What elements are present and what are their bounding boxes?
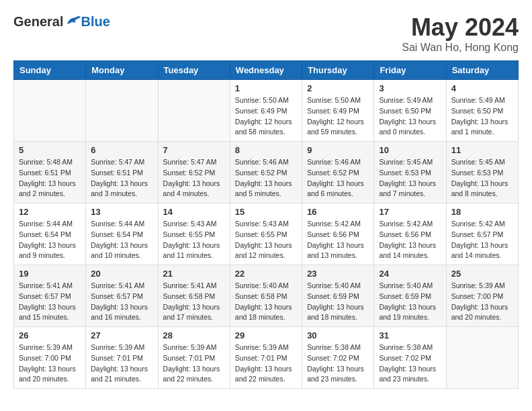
day-number: 1 [235, 83, 297, 93]
calendar-cell: 25Sunrise: 5:39 AM Sunset: 7:00 PM Dayli… [446, 265, 518, 327]
calendar-week-row: 1Sunrise: 5:50 AM Sunset: 6:49 PM Daylig… [14, 80, 519, 142]
day-info: Sunrise: 5:42 AM Sunset: 6:57 PM Dayligh… [451, 219, 513, 261]
day-number: 24 [379, 269, 441, 279]
day-number: 2 [307, 83, 369, 93]
calendar-cell: 28Sunrise: 5:39 AM Sunset: 7:01 PM Dayli… [158, 327, 230, 389]
day-info: Sunrise: 5:39 AM Sunset: 7:00 PM Dayligh… [19, 342, 81, 385]
calendar-cell: 5Sunrise: 5:48 AM Sunset: 6:51 PM Daylig… [14, 142, 86, 203]
calendar-cell: 3Sunrise: 5:49 AM Sunset: 6:50 PM Daylig… [374, 80, 446, 142]
calendar-cell: 4Sunrise: 5:49 AM Sunset: 6:50 PM Daylig… [446, 80, 518, 142]
calendar-cell: 22Sunrise: 5:40 AM Sunset: 6:58 PM Dayli… [230, 265, 302, 327]
calendar-cell: 10Sunrise: 5:45 AM Sunset: 6:53 PM Dayli… [374, 142, 446, 203]
day-info: Sunrise: 5:40 AM Sunset: 6:59 PM Dayligh… [307, 281, 369, 323]
day-info: Sunrise: 5:44 AM Sunset: 6:54 PM Dayligh… [19, 219, 81, 261]
day-info: Sunrise: 5:50 AM Sunset: 6:49 PM Dayligh… [307, 95, 369, 138]
day-info: Sunrise: 5:47 AM Sunset: 6:51 PM Dayligh… [91, 157, 152, 199]
day-info: Sunrise: 5:38 AM Sunset: 7:02 PM Dayligh… [379, 342, 441, 385]
day-header-monday: Monday [86, 61, 158, 80]
calendar-cell [446, 327, 518, 389]
calendar-cell: 30Sunrise: 5:38 AM Sunset: 7:02 PM Dayli… [302, 327, 374, 389]
day-number: 19 [19, 269, 81, 279]
day-info: Sunrise: 5:47 AM Sunset: 6:52 PM Dayligh… [163, 157, 225, 199]
day-number: 28 [163, 330, 225, 340]
calendar-week-row: 12Sunrise: 5:44 AM Sunset: 6:54 PM Dayli… [14, 203, 519, 265]
logo: General Blue [13, 13, 110, 30]
day-number: 31 [379, 330, 441, 340]
day-info: Sunrise: 5:41 AM Sunset: 6:57 PM Dayligh… [91, 281, 152, 323]
day-number: 10 [379, 145, 441, 155]
logo-general-text: General [13, 14, 63, 30]
logo-blue-text: Blue [81, 14, 109, 30]
day-header-saturday: Saturday [446, 61, 518, 80]
day-number: 23 [307, 269, 369, 279]
calendar-cell: 17Sunrise: 5:42 AM Sunset: 6:56 PM Dayli… [374, 203, 446, 265]
day-info: Sunrise: 5:40 AM Sunset: 6:59 PM Dayligh… [379, 281, 441, 323]
day-info: Sunrise: 5:42 AM Sunset: 6:56 PM Dayligh… [379, 219, 441, 261]
day-number: 21 [163, 269, 225, 279]
month-title: May 2024 [402, 13, 519, 42]
day-number: 30 [307, 330, 369, 340]
day-number: 12 [19, 207, 81, 217]
day-number: 15 [235, 207, 297, 217]
day-info: Sunrise: 5:43 AM Sunset: 6:55 PM Dayligh… [235, 219, 297, 261]
calendar-header-row: SundayMondayTuesdayWednesdayThursdayFrid… [14, 61, 519, 80]
day-info: Sunrise: 5:39 AM Sunset: 7:01 PM Dayligh… [235, 342, 297, 385]
calendar-cell: 20Sunrise: 5:41 AM Sunset: 6:57 PM Dayli… [86, 265, 158, 327]
calendar-cell: 9Sunrise: 5:46 AM Sunset: 6:52 PM Daylig… [302, 142, 374, 203]
day-number: 9 [307, 145, 369, 155]
day-number: 27 [91, 330, 152, 340]
calendar-cell [158, 80, 230, 142]
calendar-cell: 13Sunrise: 5:44 AM Sunset: 6:54 PM Dayli… [86, 203, 158, 265]
day-info: Sunrise: 5:39 AM Sunset: 7:01 PM Dayligh… [163, 342, 225, 385]
logo-bird-icon [64, 13, 81, 30]
day-info: Sunrise: 5:48 AM Sunset: 6:51 PM Dayligh… [19, 157, 81, 199]
day-number: 20 [91, 269, 152, 279]
calendar-cell: 1Sunrise: 5:50 AM Sunset: 6:49 PM Daylig… [230, 80, 302, 142]
day-number: 13 [91, 207, 152, 217]
day-info: Sunrise: 5:41 AM Sunset: 6:58 PM Dayligh… [163, 281, 225, 323]
calendar-cell: 6Sunrise: 5:47 AM Sunset: 6:51 PM Daylig… [86, 142, 158, 203]
day-info: Sunrise: 5:39 AM Sunset: 7:01 PM Dayligh… [91, 342, 152, 385]
day-info: Sunrise: 5:44 AM Sunset: 6:54 PM Dayligh… [91, 219, 152, 261]
calendar-week-row: 26Sunrise: 5:39 AM Sunset: 7:00 PM Dayli… [14, 327, 519, 389]
calendar-cell: 2Sunrise: 5:50 AM Sunset: 6:49 PM Daylig… [302, 80, 374, 142]
day-number: 8 [235, 145, 297, 155]
calendar-table: SundayMondayTuesdayWednesdayThursdayFrid… [13, 60, 519, 389]
calendar-cell: 31Sunrise: 5:38 AM Sunset: 7:02 PM Dayli… [374, 327, 446, 389]
calendar-cell: 14Sunrise: 5:43 AM Sunset: 6:55 PM Dayli… [158, 203, 230, 265]
calendar-cell: 11Sunrise: 5:45 AM Sunset: 6:53 PM Dayli… [446, 142, 518, 203]
day-number: 5 [19, 145, 81, 155]
day-number: 16 [307, 207, 369, 217]
calendar-cell: 7Sunrise: 5:47 AM Sunset: 6:52 PM Daylig… [158, 142, 230, 203]
day-header-friday: Friday [374, 61, 446, 80]
calendar-cell: 15Sunrise: 5:43 AM Sunset: 6:55 PM Dayli… [230, 203, 302, 265]
day-info: Sunrise: 5:46 AM Sunset: 6:52 PM Dayligh… [307, 157, 369, 199]
day-number: 7 [163, 145, 225, 155]
day-info: Sunrise: 5:38 AM Sunset: 7:02 PM Dayligh… [307, 342, 369, 385]
calendar-cell: 24Sunrise: 5:40 AM Sunset: 6:59 PM Dayli… [374, 265, 446, 327]
day-number: 29 [235, 330, 297, 340]
calendar-cell: 8Sunrise: 5:46 AM Sunset: 6:52 PM Daylig… [230, 142, 302, 203]
calendar-cell: 16Sunrise: 5:42 AM Sunset: 6:56 PM Dayli… [302, 203, 374, 265]
day-info: Sunrise: 5:43 AM Sunset: 6:55 PM Dayligh… [163, 219, 225, 261]
day-number: 22 [235, 269, 297, 279]
calendar-week-row: 19Sunrise: 5:41 AM Sunset: 6:57 PM Dayli… [14, 265, 519, 327]
day-info: Sunrise: 5:45 AM Sunset: 6:53 PM Dayligh… [379, 157, 441, 199]
day-info: Sunrise: 5:42 AM Sunset: 6:56 PM Dayligh… [307, 219, 369, 261]
day-number: 26 [19, 330, 81, 340]
calendar-cell: 29Sunrise: 5:39 AM Sunset: 7:01 PM Dayli… [230, 327, 302, 389]
day-info: Sunrise: 5:39 AM Sunset: 7:00 PM Dayligh… [451, 281, 513, 323]
day-info: Sunrise: 5:49 AM Sunset: 6:50 PM Dayligh… [379, 95, 441, 138]
calendar-cell: 26Sunrise: 5:39 AM Sunset: 7:00 PM Dayli… [14, 327, 86, 389]
page-header: General Blue May 2024 Sai Wan Ho, Hong K… [13, 13, 519, 54]
day-header-thursday: Thursday [302, 61, 374, 80]
calendar-cell: 23Sunrise: 5:40 AM Sunset: 6:59 PM Dayli… [302, 265, 374, 327]
day-number: 3 [379, 83, 441, 93]
day-header-tuesday: Tuesday [158, 61, 230, 80]
day-info: Sunrise: 5:49 AM Sunset: 6:50 PM Dayligh… [451, 95, 513, 138]
day-number: 18 [451, 207, 513, 217]
calendar-cell [14, 80, 86, 142]
day-number: 11 [451, 145, 513, 155]
day-info: Sunrise: 5:50 AM Sunset: 6:49 PM Dayligh… [235, 95, 297, 138]
day-number: 14 [163, 207, 225, 217]
